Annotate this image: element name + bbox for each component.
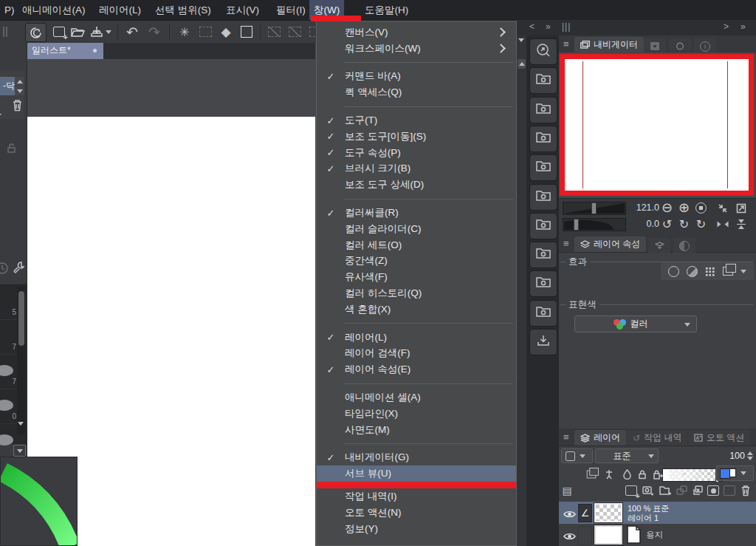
dock-button-magnifier-arrow[interactable] [529,38,557,65]
scroll-down-button[interactable] [18,426,24,439]
transfer-to-lower-button[interactable] [674,483,689,498]
selection-mode-2-button[interactable] [286,24,303,40]
rotate-ccw-button[interactable]: ↺ [661,218,673,231]
tab-history[interactable]: ↺ 작업 내역 [627,430,687,446]
visibility-eye-icon[interactable] [563,508,576,522]
menubar-item[interactable]: P) [0,0,19,20]
rotation-slider[interactable] [563,218,626,231]
tone-effect-icon[interactable] [687,266,698,277]
panel-menu-icon[interactable]: ≡ [563,431,569,443]
tab-layer[interactable]: 레이어 [574,430,626,446]
zoom-slider[interactable] [563,202,626,215]
tab-mask-property[interactable] [673,238,695,253]
save-button[interactable] [88,24,106,40]
flip-vertical-button[interactable] [735,218,747,231]
layer-thumbnail[interactable] [594,525,622,545]
layer-row[interactable]: ∠100 % 표준레이어 1 [559,502,756,525]
brush-options-button[interactable] [13,445,26,457]
window-menu-item[interactable]: ✓커맨드 바(A) [317,69,516,85]
expand-right-double-icon[interactable]: » [740,21,746,32]
selection-mode-1-button[interactable] [265,24,283,40]
window-menu-item[interactable]: 컬러 슬라이더(C) [317,221,516,237]
scrollbar-thumb[interactable] [18,291,24,346]
new-folder-button[interactable] [658,483,673,498]
timeline-enable-button[interactable]: ▤ [560,483,574,498]
collapse-left-double-icon[interactable]: » [546,21,551,32]
panel-menu-icon[interactable]: ≡ [563,238,569,249]
window-menu-item[interactable]: 워크스페이스(W) [317,41,516,57]
undo-button[interactable]: ↶ [123,24,141,40]
tab-layer-property-alt[interactable] [648,238,670,253]
reset-rotation-button[interactable]: ↻ [695,218,707,231]
brush-list-scrollbar[interactable] [17,287,25,434]
new-layer-dialog-button[interactable] [641,483,656,498]
tab-navigator[interactable]: 내비게이터 [574,37,644,52]
window-menu-item[interactable]: 중간색(Z) [317,253,516,270]
toolbar-grip[interactable] [6,27,7,37]
menubar-item[interactable]: 도움말(H) [360,0,413,20]
toolbar-grip[interactable] [3,27,4,37]
canvas-tab[interactable]: 일러스트* [27,42,103,59]
halftone-effect-icon[interactable] [705,267,715,276]
opacity-stepper[interactable] [747,451,753,460]
lock-layer-button[interactable] [635,467,650,482]
rotate-cw-button[interactable]: ↻ [678,218,690,231]
scroll-down-button[interactable] [518,42,524,55]
save-dropdown-chevron[interactable] [104,24,113,40]
border-effect-icon[interactable] [668,266,679,277]
clip-to-layer-below-button[interactable] [584,467,599,482]
dock-button-folder-halftone[interactable] [529,154,557,181]
scroll-up-button[interactable] [518,59,526,69]
ruler-display-dropdown[interactable] [692,467,714,482]
window-menu-item[interactable]: ✓내비게이터(G) [317,450,516,466]
dock-button-folder-x[interactable] [529,126,557,152]
menubar-item[interactable]: 표시(V) [221,0,264,20]
expression-color-dropdown[interactable]: 컬러 [574,315,697,332]
tab-information[interactable]: i [694,38,716,54]
tab-layer-property[interactable]: 레이어 속성 [574,236,646,252]
window-menu-item[interactable]: 컬러 히스토리(Q) [317,285,516,301]
scroll-up-button[interactable] [15,77,24,86]
fit-to-window-button[interactable] [735,202,747,214]
clear-button[interactable]: ✳ [176,24,193,40]
draw-target-icon[interactable] [578,526,592,545]
layer-color-dropdown[interactable] [716,465,754,481]
menubar-item[interactable]: 애니메이션(A) [18,0,90,20]
scroll-down-button[interactable] [15,86,24,95]
panel-menu-icon[interactable]: ≡ [563,38,569,50]
transform-button[interactable] [238,24,255,40]
subtool-selected-item[interactable]: -닥 [0,77,15,95]
merge-down-button[interactable] [690,483,704,498]
apply-mask-button[interactable] [722,483,737,498]
dock-button-folder-edit[interactable] [529,270,557,297]
create-mask-button[interactable] [706,483,721,498]
window-menu-item[interactable]: 사면도(M) [317,422,516,438]
layer-thumbnail[interactable] [594,503,622,522]
dock-button-folder-home[interactable] [529,67,557,94]
delete-layer-button[interactable] [738,483,753,498]
window-menu-item[interactable]: 레이어 검색(F) [317,346,516,362]
fill-button[interactable]: ◆ [217,24,235,40]
keep-tool-button[interactable] [602,467,616,482]
dock-button-folder-camera[interactable] [529,300,557,327]
window-menu-item[interactable]: 정보(Y) [317,521,516,537]
fit-to-screen-button[interactable] [716,202,729,214]
open-file-button[interactable] [69,24,86,40]
menubar-item[interactable]: 필터(I) [272,0,310,20]
enable-mask-button[interactable] [650,467,665,482]
collapse-left-icon[interactable]: < [529,21,535,32]
dock-button-folder-image[interactable] [529,242,557,268]
tab-sub-view[interactable] [644,38,666,54]
visibility-eye-icon[interactable] [563,530,576,544]
flip-horizontal-button[interactable] [716,218,729,231]
lock-transparent-pixels-button[interactable] [619,467,634,482]
window-menu-item[interactable]: ✓레이어 속성(E) [317,361,516,378]
csp-logo-button[interactable] [25,23,47,42]
window-menu-item[interactable]: ✓브러시 크기(B) [317,161,516,177]
dock-button-folder-brush[interactable] [529,97,557,123]
window-menu-item[interactable]: 유사색(F) [317,269,516,285]
window-menu-item[interactable]: 컬러 세트(O) [317,237,516,253]
expand-right-icon[interactable]: > [724,21,729,32]
window-menu-item[interactable]: 색 혼합(X) [317,301,516,318]
window-menu-item[interactable]: ✓도구(T) [317,112,516,129]
